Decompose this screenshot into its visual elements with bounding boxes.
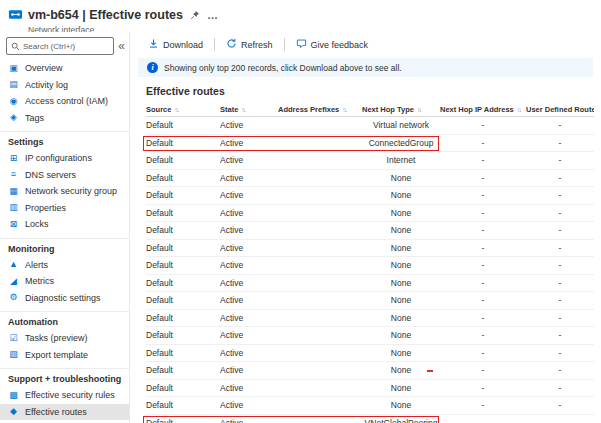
sidebar-item-properties[interactable]: ▥Properties: [0, 200, 129, 217]
search-icon: [11, 37, 20, 55]
cell-user-defined-route-name: -: [526, 295, 594, 305]
cell-next-hop-type: None: [362, 330, 440, 340]
download-button[interactable]: Download: [146, 36, 205, 53]
table-row: DefaultActiveVirtual network--: [146, 117, 594, 135]
column-header-address-prefixes[interactable]: Address Prefixes↑↓: [278, 105, 362, 114]
properties-icon: ▥: [8, 203, 19, 212]
cell-state: Active: [220, 208, 278, 218]
cell-next-hop-ip-address: -: [440, 330, 526, 340]
cell-user-defined-route-name: -: [526, 208, 594, 218]
page-header: vm-b654 | Effective routes … Network int…: [0, 0, 601, 32]
column-label: Source: [146, 105, 171, 114]
cell-next-hop-ip-address: -: [440, 365, 526, 375]
pin-icon[interactable]: [190, 6, 200, 24]
sidebar-item-network-security-group[interactable]: ▦Network security group: [0, 183, 129, 200]
activity-log-icon: ▤: [8, 80, 19, 89]
column-header-next-hop-type[interactable]: Next Hop Type↑↓: [362, 105, 440, 114]
table-row: DefaultActiveNone--: [146, 380, 594, 398]
sort-icon: ↑↓: [517, 106, 521, 113]
cell-user-defined-route-name: -: [526, 155, 594, 165]
cell-next-hop-type: Virtual network: [362, 120, 440, 130]
sidebar-item-metrics[interactable]: ◢Metrics: [0, 273, 129, 290]
column-label: Next Hop IP Address: [440, 105, 514, 114]
sidebar-item-export-template[interactable]: ▧Export template: [0, 347, 129, 364]
sidebar-item-access-control-iam[interactable]: ◉Access control (IAM): [0, 93, 129, 110]
cell-source: Default: [146, 120, 220, 130]
cell-next-hop-type: None: [362, 243, 440, 253]
column-header-state[interactable]: State↑↓: [220, 105, 278, 114]
sidebar-item-label: Tasks (preview): [25, 333, 88, 343]
download-label: Download: [163, 40, 203, 50]
sidebar-item-effective-security-rules[interactable]: ▩Effective security rules: [0, 387, 129, 404]
command-bar: Download Refresh Give feedback: [130, 32, 601, 57]
alerts-icon: ▲: [8, 260, 19, 269]
refresh-button[interactable]: Refresh: [224, 36, 275, 53]
sort-icon: ↑↓: [417, 106, 421, 113]
cell-source: Default: [146, 330, 220, 340]
cell-state: Active: [220, 120, 278, 130]
sidebar-group-settings: Settings: [0, 131, 129, 150]
cell-next-hop-ip-address: -: [440, 243, 526, 253]
cell-source: Default: [146, 400, 220, 410]
sidebar-item-label: Alerts: [25, 260, 48, 270]
sidebar-item-label: Overview: [25, 63, 63, 73]
sidebar-item-tasks-preview[interactable]: ☑Tasks (preview): [0, 330, 129, 347]
table-row: DefaultActiveNone--: [146, 187, 594, 205]
toolbar-divider: [214, 38, 215, 51]
column-header-source[interactable]: Source↑↓: [146, 105, 220, 114]
refresh-label: Refresh: [241, 40, 273, 50]
sidebar-item-diagnostic-settings[interactable]: ⚙Diagnostic settings: [0, 290, 129, 307]
table-row: DefaultActiveNone--: [146, 397, 594, 415]
cell-user-defined-route-name: -: [526, 365, 594, 375]
cell-user-defined-route-name: -: [526, 400, 594, 410]
more-menu-button[interactable]: …: [207, 11, 218, 19]
cell-source: Default: [146, 243, 220, 253]
cell-state: Active: [220, 418, 278, 423]
sidebar-item-activity-log[interactable]: ▤Activity log: [0, 77, 129, 94]
cell-next-hop-ip-address: -: [440, 173, 526, 183]
cell-user-defined-route-name: -: [526, 348, 594, 358]
cell-state: Active: [220, 173, 278, 183]
cell-next-hop-ip-address: -: [440, 120, 526, 130]
cell-state: Active: [220, 383, 278, 393]
diagnostic-settings-icon: ⚙: [8, 293, 19, 302]
cell-next-hop-type: VNetGlobalPeering: [362, 418, 440, 423]
sidebar-item-dns-servers[interactable]: ≡DNS servers: [0, 167, 129, 184]
locks-icon: ⊠: [8, 220, 19, 229]
sidebar-item-label: Properties: [25, 203, 66, 213]
page-title: vm-b654 | Effective routes: [28, 8, 183, 22]
column-header-next-hop-ip-address[interactable]: Next Hop IP Address↑↓: [440, 105, 526, 114]
cell-user-defined-route-name: -: [526, 190, 594, 200]
export-template-icon: ▧: [8, 350, 19, 359]
column-label: Next Hop Type: [362, 105, 414, 114]
cell-state: Active: [220, 190, 278, 200]
sidebar-item-label: Effective routes: [25, 407, 87, 417]
table-header-row: Source↑↓State↑↓Address Prefixes↑↓Next Ho…: [146, 102, 594, 117]
table-row: DefaultActiveNone--: [146, 170, 594, 188]
table-row: DefaultActiveNone--: [146, 345, 594, 363]
sidebar-item-label: Tags: [25, 113, 44, 123]
sidebar-item-alerts[interactable]: ▲Alerts: [0, 257, 129, 274]
search-input[interactable]: [23, 42, 109, 51]
table-row: DefaultActiveNone--: [146, 362, 594, 380]
title-block: vm-b654 | Effective routes … Network int…: [28, 6, 218, 35]
info-icon: i: [147, 62, 158, 73]
cell-state: Active: [220, 295, 278, 305]
cell-next-hop-ip-address: -: [440, 400, 526, 410]
give-feedback-button[interactable]: Give feedback: [294, 36, 371, 53]
sidebar-item-label: Network security group: [25, 186, 117, 196]
cell-next-hop-type: None: [362, 383, 440, 393]
collapse-sidebar-button[interactable]: «: [118, 40, 125, 52]
sidebar-item-overview[interactable]: ▣Overview: [0, 60, 129, 77]
cell-next-hop-ip-address: -: [440, 295, 526, 305]
cell-next-hop-ip-address: -: [440, 260, 526, 270]
cell-source: Default: [146, 173, 220, 183]
sidebar-item-locks[interactable]: ⊠Locks: [0, 216, 129, 233]
sidebar-item-effective-routes[interactable]: ◆Effective routes: [0, 404, 129, 421]
sidebar-item-ip-configurations[interactable]: ⊞IP configurations: [0, 150, 129, 167]
column-header-user-defined-route-name[interactable]: User Defined Route Name↑↓: [526, 105, 594, 114]
sidebar-item-label: Activity log: [25, 80, 68, 90]
cell-state: Active: [220, 138, 278, 148]
sidebar-item-tags[interactable]: ◈Tags: [0, 110, 129, 127]
overview-icon: ▣: [8, 64, 19, 73]
